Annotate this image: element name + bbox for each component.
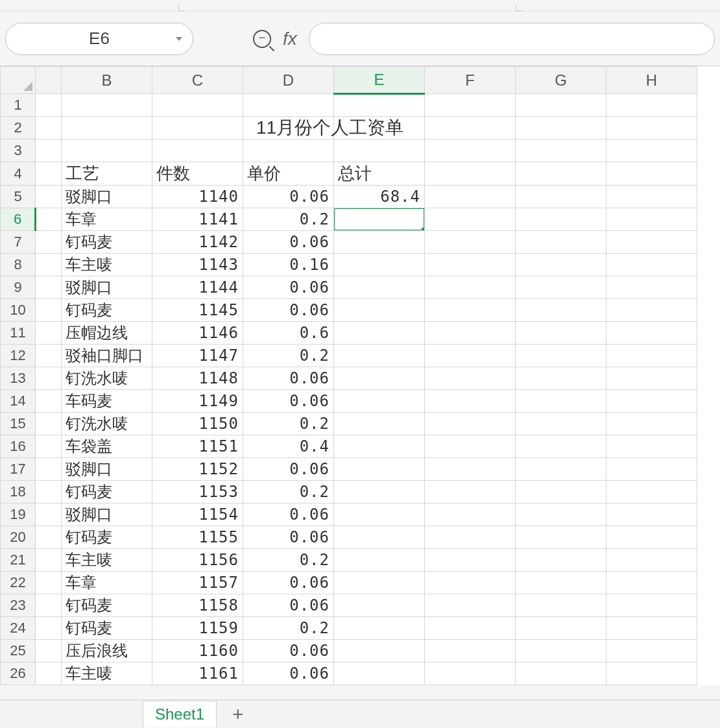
cell[interactable]: 1140 bbox=[152, 186, 243, 208]
cell[interactable]: 驳脚口 bbox=[62, 504, 152, 526]
cell[interactable] bbox=[243, 140, 334, 162]
cell[interactable]: 0.06 bbox=[243, 526, 334, 549]
cell[interactable]: 0.06 bbox=[243, 662, 334, 685]
fx-label[interactable]: fx bbox=[283, 29, 297, 49]
title-cell[interactable]: 11月份个人工资单 bbox=[62, 117, 152, 140]
cell[interactable] bbox=[334, 640, 425, 662]
cell[interactable]: 车主唛 bbox=[62, 662, 152, 685]
cell[interactable]: 0.06 bbox=[243, 640, 334, 662]
cell[interactable] bbox=[36, 504, 62, 526]
name-box[interactable]: E6 bbox=[5, 23, 193, 55]
cell[interactable] bbox=[516, 390, 606, 413]
cell[interactable] bbox=[606, 640, 697, 662]
cell[interactable] bbox=[334, 549, 425, 572]
cell[interactable] bbox=[425, 435, 516, 458]
cell[interactable] bbox=[516, 413, 606, 435]
cell[interactable]: 1161 bbox=[152, 662, 243, 685]
cell[interactable] bbox=[425, 186, 516, 208]
cell[interactable] bbox=[516, 231, 606, 254]
cell[interactable]: 1149 bbox=[152, 390, 243, 413]
cell[interactable]: 0.06 bbox=[243, 504, 334, 526]
row-header[interactable]: 2 bbox=[1, 117, 36, 140]
cell[interactable] bbox=[516, 345, 606, 367]
cell[interactable]: 车码麦 bbox=[62, 390, 152, 413]
cell[interactable] bbox=[36, 208, 62, 231]
cell[interactable]: 车主唛 bbox=[62, 549, 152, 572]
cell[interactable] bbox=[606, 390, 697, 413]
cell[interactable] bbox=[606, 140, 697, 162]
cell[interactable] bbox=[606, 254, 697, 276]
row-header[interactable]: 13 bbox=[1, 367, 36, 390]
cell[interactable] bbox=[606, 526, 697, 549]
cell[interactable]: 1156 bbox=[152, 549, 243, 572]
cell[interactable]: 钉码麦 bbox=[62, 526, 152, 549]
cell[interactable] bbox=[334, 662, 425, 685]
cell[interactable]: 1143 bbox=[152, 254, 243, 276]
cell[interactable] bbox=[606, 94, 697, 117]
cell[interactable] bbox=[36, 367, 62, 390]
column-header[interactable] bbox=[36, 67, 62, 94]
cell[interactable] bbox=[36, 617, 62, 640]
add-sheet-icon[interactable]: + bbox=[232, 703, 244, 725]
row-header[interactable]: 1 bbox=[1, 94, 36, 117]
cell[interactable]: 0.06 bbox=[243, 186, 334, 208]
row-header[interactable]: 14 bbox=[1, 390, 36, 413]
cell[interactable] bbox=[516, 208, 606, 231]
cell[interactable] bbox=[516, 435, 606, 458]
cell[interactable] bbox=[36, 594, 62, 617]
cell[interactable]: 0.4 bbox=[243, 435, 334, 458]
header-cell[interactable]: 单价 bbox=[243, 162, 334, 186]
cell[interactable] bbox=[606, 435, 697, 458]
row-header[interactable]: 19 bbox=[1, 504, 36, 526]
cell[interactable] bbox=[606, 117, 697, 140]
row-header[interactable]: 11 bbox=[1, 322, 36, 345]
cell[interactable]: 1159 bbox=[152, 617, 243, 640]
cell[interactable] bbox=[425, 140, 516, 162]
column-header-active[interactable]: E bbox=[334, 67, 425, 94]
cell[interactable] bbox=[36, 345, 62, 367]
cell[interactable]: 0.2 bbox=[243, 481, 334, 504]
formula-input[interactable] bbox=[309, 23, 715, 55]
cell[interactable] bbox=[516, 549, 606, 572]
cell[interactable] bbox=[36, 276, 62, 299]
cell[interactable]: 车章 bbox=[62, 208, 152, 231]
cell[interactable]: 1153 bbox=[152, 481, 243, 504]
cell[interactable] bbox=[606, 617, 697, 640]
cell[interactable] bbox=[516, 254, 606, 276]
cell[interactable]: 0.2 bbox=[243, 549, 334, 572]
cell[interactable] bbox=[606, 345, 697, 367]
cell[interactable] bbox=[334, 572, 425, 594]
cell[interactable]: 1151 bbox=[152, 435, 243, 458]
cell[interactable] bbox=[152, 94, 243, 117]
cell[interactable]: 0.16 bbox=[243, 254, 334, 276]
cell[interactable] bbox=[516, 481, 606, 504]
column-header[interactable]: C bbox=[152, 67, 243, 94]
row-header[interactable]: 7 bbox=[1, 231, 36, 254]
cell[interactable] bbox=[152, 117, 243, 140]
cell[interactable] bbox=[606, 231, 697, 254]
cell[interactable] bbox=[425, 662, 516, 685]
cell[interactable] bbox=[36, 662, 62, 685]
cell[interactable] bbox=[334, 504, 425, 526]
cell[interactable]: 0.06 bbox=[243, 299, 334, 322]
cell[interactable]: 压帽边线 bbox=[62, 322, 152, 345]
cell[interactable] bbox=[334, 458, 425, 481]
cell[interactable] bbox=[606, 299, 697, 322]
cell[interactable] bbox=[516, 186, 606, 208]
cell[interactable]: 0.06 bbox=[243, 231, 334, 254]
cell[interactable] bbox=[152, 140, 243, 162]
cell[interactable]: 压后浪线 bbox=[62, 640, 152, 662]
cell[interactable]: 驳袖口脚口 bbox=[62, 345, 152, 367]
cell[interactable] bbox=[425, 481, 516, 504]
row-header[interactable]: 26 bbox=[1, 662, 36, 685]
cell[interactable] bbox=[334, 322, 425, 345]
column-header[interactable]: D bbox=[243, 67, 334, 94]
cell[interactable]: 1150 bbox=[152, 413, 243, 435]
cell[interactable] bbox=[606, 594, 697, 617]
cell[interactable] bbox=[334, 526, 425, 549]
cell[interactable] bbox=[36, 481, 62, 504]
cell[interactable]: 钉码麦 bbox=[62, 231, 152, 254]
cell[interactable] bbox=[606, 458, 697, 481]
cell[interactable]: 68.4 bbox=[334, 186, 425, 208]
row-header-active[interactable]: 6 bbox=[1, 208, 36, 231]
